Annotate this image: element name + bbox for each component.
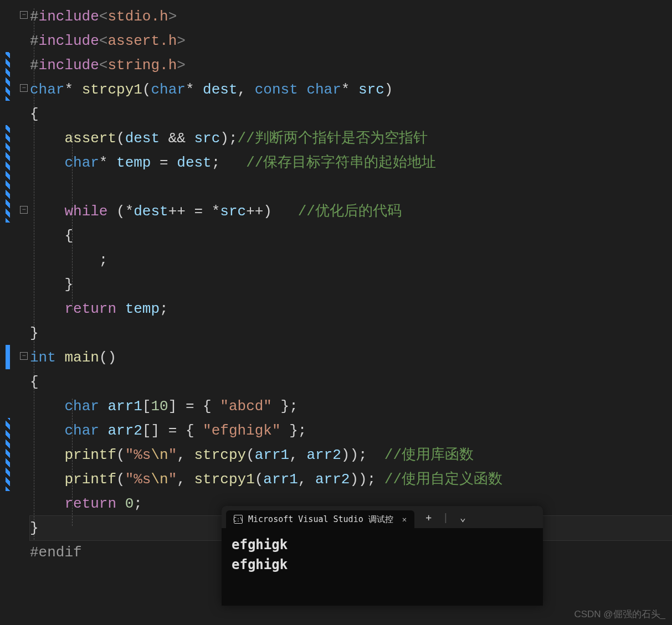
change-marker — [6, 345, 10, 369]
code-content[interactable]: #include<stdio.h> #include<assert.h> #in… — [30, 0, 672, 565]
terminal-window[interactable]: C:\ Microsoft Visual Studio 调试控 ✕ + | ⌄ … — [222, 506, 543, 606]
fold-icon[interactable]: − — [20, 84, 28, 92]
terminal-tab-title: Microsoft Visual Studio 调试控 — [248, 514, 393, 525]
code-line: char arr1[10] = { "abcd" }; — [30, 394, 672, 419]
code-line: char* strcpy1(char* dest, const char* sr… — [30, 78, 672, 102]
code-line: char arr2[] = { "efghigk" }; — [30, 419, 672, 443]
terminal-actions: + | ⌄ — [425, 512, 466, 523]
code-line: { — [30, 102, 672, 126]
code-line: while (*dest++ = *src++) //优化后的代码 — [30, 199, 672, 224]
console-icon: C:\ — [234, 515, 243, 524]
fold-icon[interactable]: − — [20, 11, 28, 19]
fold-icon[interactable]: − — [20, 206, 28, 214]
terminal-tabbar: C:\ Microsoft Visual Studio 调试控 ✕ + | ⌄ — [222, 506, 543, 528]
code-line: } — [30, 321, 672, 345]
change-marker — [6, 125, 10, 223]
code-line — [30, 175, 672, 199]
code-line: char* temp = dest; //保存目标字符串的起始地址 — [30, 151, 672, 175]
close-icon[interactable]: ✕ — [402, 515, 407, 524]
code-editor[interactable]: − − − − #include<stdio.h> #include<asser… — [0, 0, 672, 565]
new-tab-button[interactable]: + — [425, 512, 432, 523]
code-line: #include<string.h> — [30, 53, 672, 78]
code-line: assert(dest && src);//判断两个指针是否为空指针 — [30, 126, 672, 151]
code-line: printf("%s\n", strcpy1(arr1, arr2)); //使… — [30, 467, 672, 492]
code-line: #include<stdio.h> — [30, 4, 672, 29]
dropdown-button[interactable]: ⌄ — [460, 512, 466, 523]
change-marker — [6, 418, 10, 491]
output-line: efghigk — [232, 535, 533, 555]
code-line: } — [30, 272, 672, 297]
output-line: efghigk — [232, 555, 533, 575]
watermark: CSDN @倔强的石头_ — [574, 608, 665, 621]
code-line: { — [30, 224, 672, 248]
code-line: ; — [30, 248, 672, 272]
terminal-tab[interactable]: C:\ Microsoft Visual Studio 调试控 ✕ — [226, 510, 414, 528]
change-marker — [6, 52, 10, 101]
terminal-output: efghigk efghigk — [222, 528, 543, 581]
code-line: return temp; — [30, 297, 672, 321]
fold-icon[interactable]: − — [20, 352, 28, 360]
code-line: #include<assert.h> — [30, 29, 672, 53]
gutter: − − − − — [0, 0, 30, 565]
code-line: { — [30, 370, 672, 394]
code-line: printf("%s\n", strcpy(arr1, arr2)); //使用… — [30, 443, 672, 467]
code-line: int main() — [30, 345, 672, 370]
